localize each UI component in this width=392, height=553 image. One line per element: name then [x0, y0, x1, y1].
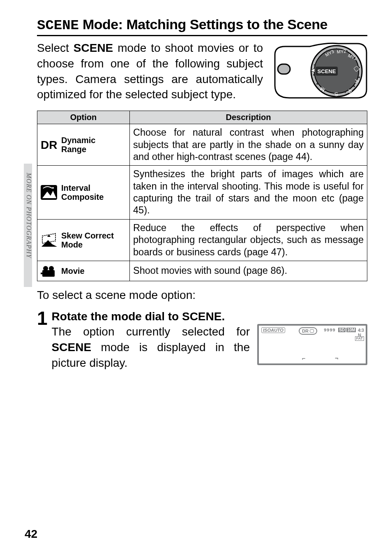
mode-dial-diagram: SCENE MY3 MY2 MY1 ▢ A P S M — [273, 40, 367, 100]
page-title: SCENE Mode: Matching Settings to the Sce… — [37, 16, 367, 36]
svg-text:MY2: MY2 — [337, 49, 346, 54]
page-number: 42 — [25, 528, 37, 541]
movie-icon — [40, 263, 58, 279]
opt-desc: Synthesizes the bright parts of images w… — [130, 166, 367, 220]
lcd-fat: FAT — [355, 336, 364, 341]
step-number: 1 — [37, 310, 48, 327]
table-row: Movie Shoot movies with sound (page 86). — [37, 261, 367, 281]
step-body: The option currently selected for SCENE … — [52, 324, 250, 370]
svg-point-36 — [49, 266, 54, 271]
lcd-iso: ISOAUTO — [261, 327, 285, 333]
table-row: Skew CorrectMode Reduce the effects of p… — [37, 219, 367, 261]
col-description: Description — [130, 111, 367, 124]
table-row: IntervalComposite Synthesizes the bright… — [37, 166, 367, 220]
svg-text:DR: DR — [41, 139, 57, 151]
opt-desc: Choose for natural contrast when photogr… — [130, 124, 367, 166]
svg-point-35 — [43, 266, 48, 271]
svg-point-15 — [319, 56, 321, 58]
table-row: DR DynamicRange Choose for natural contr… — [37, 124, 367, 166]
svg-rect-34 — [42, 270, 55, 277]
step-heading: Rotate the mode dial to SCENE. — [52, 310, 367, 323]
side-section-label: MORE ON PHOTOGRAPHY — [25, 173, 32, 258]
lcd-focus-left: ⌐ — [302, 355, 305, 362]
select-instruction: To select a scene mode option: — [37, 289, 367, 302]
opt-label: Skew CorrectMode — [61, 231, 114, 249]
svg-rect-0 — [278, 64, 290, 74]
skew-icon — [40, 232, 58, 248]
lcd-size: 10M — [346, 328, 356, 332]
svg-point-9 — [344, 91, 346, 93]
dial-scene-text: SCENE — [318, 68, 336, 74]
svg-rect-37 — [41, 273, 42, 274]
svg-point-12 — [316, 83, 318, 85]
svg-point-30 — [52, 187, 54, 189]
picture-display-preview: ISOAUTO DR 9999 SD 10M 4:3 N FAT ⌐ ¬ — [257, 324, 367, 365]
opt-desc: Reduce the effects of perspective when p… — [130, 219, 367, 261]
lcd-dr: DR — [299, 327, 317, 335]
intro-paragraph: Select SCENE mode to shoot movies or to … — [37, 40, 263, 102]
lcd-sd: SD — [338, 328, 346, 332]
svg-marker-33 — [47, 234, 51, 237]
title-keyword: SCENE — [37, 18, 79, 33]
lcd-count: 9999 — [324, 328, 335, 333]
opt-label: DynamicRange — [61, 136, 95, 154]
svg-point-13 — [313, 74, 315, 76]
dr-icon: DR — [40, 137, 58, 153]
svg-text:A: A — [354, 79, 360, 83]
svg-point-4 — [346, 50, 348, 52]
lcd-focus-right: ¬ — [335, 355, 338, 362]
interval-icon — [40, 184, 58, 201]
svg-point-8 — [353, 86, 355, 87]
options-table: Option Description DR DynamicRange Choos — [37, 111, 367, 281]
intro-keyword: SCENE — [74, 42, 113, 54]
opt-label: IntervalComposite — [61, 183, 104, 201]
opt-desc: Shoot movies with sound (page 86). — [130, 261, 367, 281]
svg-point-14 — [314, 64, 316, 66]
svg-point-7 — [358, 76, 360, 78]
opt-label: Movie — [61, 266, 85, 275]
col-option: Option — [37, 111, 130, 124]
title-text: Mode: Matching Settings to the Scene — [79, 16, 327, 32]
